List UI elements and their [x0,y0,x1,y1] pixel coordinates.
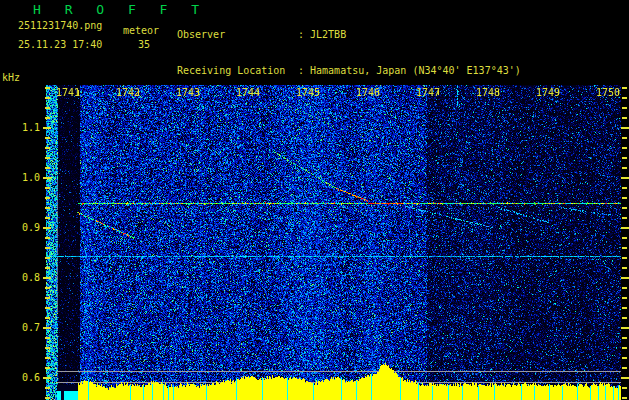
freq-tick-mark-right [622,137,627,139]
freq-tick-mark-right [622,197,627,199]
freq-tick-label: 0.9 [6,222,40,233]
time-tick-mark [618,90,619,95]
spectrogram-canvas [46,85,621,400]
freq-tick-label: 1.1 [6,122,40,133]
freq-tick-mark-right [622,307,627,309]
freq-tick-mark-right [622,287,627,289]
time-tick-mark [378,90,379,95]
time-tick-label: 1741 [52,87,84,98]
freq-tick-mark-left [45,207,50,209]
freq-tick-mark-right [622,207,627,209]
freq-tick-label: 0.7 [6,322,40,333]
freq-tick-mark-right [621,377,629,379]
freq-tick-mark-left [43,327,51,329]
freq-tick-mark-right [622,387,627,389]
freq-tick-mark-right [622,317,627,319]
freq-tick-mark-left [45,87,50,89]
freq-tick-label: 0.6 [6,372,40,383]
time-tick-mark [198,90,199,95]
freq-tick-mark-right [622,217,627,219]
freq-tick-mark-right [622,97,627,99]
freq-tick-mark-left [45,297,50,299]
freq-tick-mark-right [622,397,627,399]
freq-tick-mark-left [43,377,51,379]
freq-tick-mark-left [45,107,50,109]
freq-tick-mark-right [622,247,627,249]
info-value: JL2TBB [304,29,346,40]
time-tick-label: 1749 [532,87,564,98]
freq-tick-mark-left [43,227,51,229]
freq-tick-mark-left [45,287,50,289]
freq-tick-mark-left [45,137,50,139]
time-tick-mark [558,90,559,95]
freq-tick-mark-left [45,367,50,369]
freq-tick-mark-left [45,247,50,249]
time-tick-mark [258,90,259,95]
freq-tick-mark-right [622,257,627,259]
info-row-observer: Observer:JL2TBB [177,29,521,41]
meteor-count: 35 [138,39,150,51]
time-tick-label: 1745 [292,87,324,98]
time-tick-label: 1748 [472,87,504,98]
time-tick-label: 1743 [172,87,204,98]
info-value: Hamamatsu, Japan (N34°40' E137°43') [304,65,521,76]
freq-tick-mark-right [622,107,627,109]
freq-tick-mark-left [45,97,50,99]
time-tick-label: 1750 [592,87,624,98]
freq-tick-mark-left [45,117,50,119]
freq-tick-mark-left [45,237,50,239]
hrofft-screen: H R O F F T 2511231740.png meteor 25.11.… [0,0,629,400]
freq-tick-mark-right [622,117,627,119]
freq-tick-mark-right [622,357,627,359]
info-label: Observer [177,29,298,41]
info-label: Receiving Location [177,65,298,77]
freq-tick-mark-left [45,307,50,309]
freq-tick-mark-left [43,277,51,279]
freq-tick-mark-right [621,277,629,279]
freq-tick-mark-left [45,187,50,189]
freq-tick-mark-left [45,167,50,169]
freq-tick-label: 1.0 [6,172,40,183]
freq-tick-mark-left [45,357,50,359]
freq-tick-mark-right [621,177,629,179]
freq-tick-mark-right [622,237,627,239]
info-row-location: Receiving Location:Hamamatsu, Japan (N34… [177,65,521,77]
output-filename: 2511231740.png [18,20,102,32]
freq-tick-mark-left [45,157,50,159]
mode-label: meteor [123,25,159,37]
freq-tick-label: 0.8 [6,272,40,283]
freq-tick-mark-right [622,347,627,349]
timestamp: 25.11.23 17:40 [18,39,102,51]
freq-tick-mark-left [45,387,50,389]
time-tick-label: 1742 [112,87,144,98]
time-tick-mark [498,90,499,95]
time-tick-label: 1747 [412,87,444,98]
time-tick-mark [438,90,439,95]
freq-tick-mark-left [45,147,50,149]
frequency-axis-unit: kHz [2,72,20,84]
freq-tick-mark-right [622,157,627,159]
freq-tick-mark-right [621,127,629,129]
freq-tick-mark-left [45,217,50,219]
freq-tick-mark-left [45,317,50,319]
freq-tick-mark-left [43,127,51,129]
freq-tick-mark-right [621,227,629,229]
freq-tick-mark-right [622,147,627,149]
time-tick-mark [138,90,139,95]
freq-tick-mark-left [43,177,51,179]
freq-tick-mark-right [622,337,627,339]
freq-tick-mark-left [45,197,50,199]
freq-tick-mark-right [622,187,627,189]
freq-tick-mark-left [45,397,50,399]
freq-tick-mark-left [45,347,50,349]
freq-tick-mark-right [622,167,627,169]
freq-tick-mark-left [45,267,50,269]
freq-tick-mark-left [45,337,50,339]
freq-tick-mark-right [622,267,627,269]
time-tick-mark [318,90,319,95]
freq-tick-mark-right [622,367,627,369]
freq-tick-mark-right [622,87,627,89]
freq-tick-mark-left [45,257,50,259]
time-tick-label: 1744 [232,87,264,98]
time-tick-mark [78,90,79,95]
